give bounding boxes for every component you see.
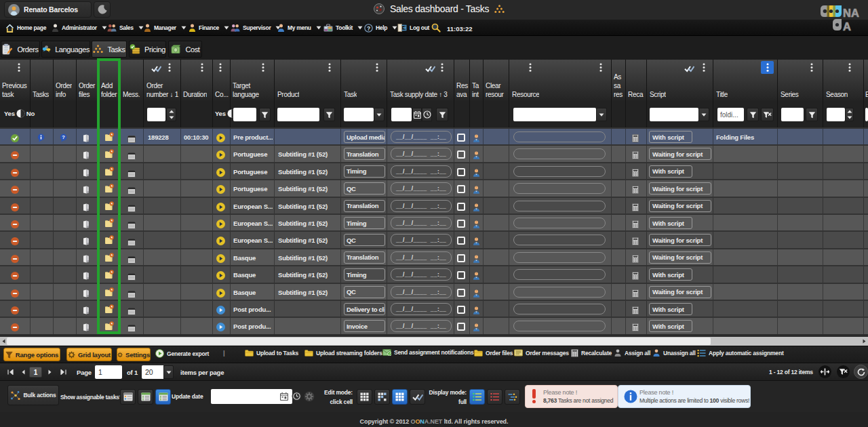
svg-text:?: ? [62, 134, 65, 140]
svg-text:A: A [843, 20, 851, 33]
svg-text:NA: NA [843, 7, 859, 19]
svg-text:?: ? [367, 24, 370, 31]
